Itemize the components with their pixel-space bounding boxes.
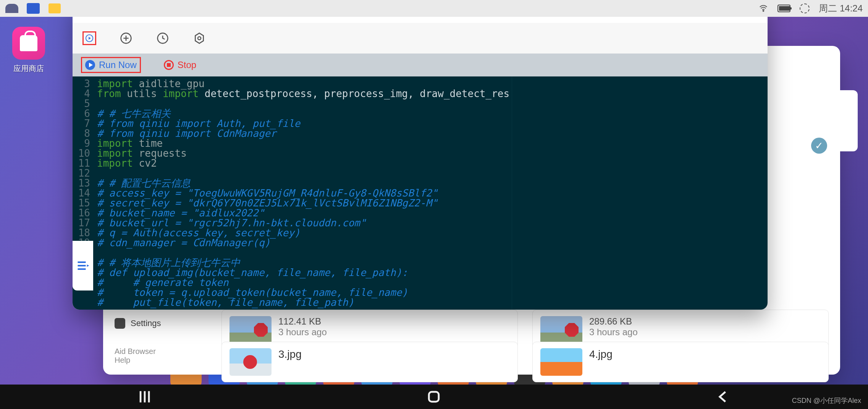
- code-line: 8# from qiniu import CdnManager: [73, 128, 512, 138]
- code-line: 6# # 七牛云相关: [73, 109, 512, 118]
- code-line: 5: [73, 99, 512, 109]
- file-card[interactable]: 3.jpg: [221, 342, 518, 382]
- file-name: 3.jpg: [278, 348, 302, 360]
- code-line: # # generate token: [73, 278, 512, 287]
- check-badge-icon: ✓: [811, 138, 827, 154]
- gear-icon: [115, 318, 125, 329]
- history-icon-button[interactable]: [156, 31, 170, 45]
- menubar: 周二 14:24: [0, 0, 868, 17]
- app-store-shortcut[interactable]: 应用商店: [8, 27, 50, 74]
- file-thumbnail: [540, 316, 582, 344]
- file-size: 112.41 KB: [278, 316, 327, 327]
- file-time: 3 hours ago: [278, 327, 327, 338]
- ide-toolbar: [73, 23, 768, 54]
- watermark-label: CSDN @小任同学Alex: [792, 396, 861, 405]
- code-line: 20: [73, 248, 512, 258]
- svg-rect-5: [429, 392, 439, 402]
- code-line: 13# # 配置七牛云信息: [73, 178, 512, 188]
- code-line: 9import time: [73, 138, 512, 148]
- run-now-label: Run Now: [99, 60, 137, 70]
- ide-window: Run Now Stop 3import aidlite_gpu4from ut…: [73, 0, 768, 310]
- menu-app-icon-1[interactable]: [5, 2, 18, 15]
- code-line: 14# access_key = "ToegUwuWKGV5RujGM_R4dn…: [73, 188, 512, 198]
- play-icon: [85, 60, 95, 70]
- svg-point-0: [763, 10, 764, 11]
- android-navbar: [0, 385, 868, 409]
- code-line: 10import requests: [73, 148, 512, 158]
- back-button[interactable]: [715, 388, 732, 405]
- stop-icon: [164, 60, 174, 70]
- code-line: # put_file(token, file_name, file_path): [73, 297, 512, 307]
- stop-label: Stop: [178, 60, 196, 70]
- svg-point-4: [198, 37, 201, 40]
- output-pane: [512, 76, 768, 310]
- app-store-label: 应用商店: [8, 63, 50, 74]
- code-line: 16# bucket_name = "aidlux2022": [73, 208, 512, 218]
- file-name: 4.jpg: [589, 348, 613, 360]
- wifi-icon[interactable]: [757, 2, 770, 15]
- file-thumbnail: [230, 348, 272, 376]
- expand-panel-button[interactable]: [73, 241, 93, 291]
- code-line: 3import aidlite_gpu: [73, 79, 512, 89]
- code-line: 17# bucket_url = "rgcr52hj7.hn-bkt.cloud…: [73, 218, 512, 228]
- sidebar-item-label: Settings: [131, 318, 161, 328]
- sidebar-item-settings[interactable]: Settings: [115, 315, 199, 332]
- stop-button[interactable]: Stop: [164, 60, 196, 70]
- sidebar-footer-link-1[interactable]: Aid Browser: [115, 347, 199, 356]
- browser-window-tab: [840, 90, 858, 151]
- file-time: 3 hours ago: [589, 327, 638, 338]
- menu-app-icon-2[interactable]: [27, 2, 40, 15]
- loading-circle-icon: [798, 2, 811, 15]
- add-icon-button[interactable]: [119, 31, 133, 45]
- code-line: 15# secret_key = "dkrQ6Y70n0ZEJ5Lx71k_lV…: [73, 198, 512, 208]
- file-card[interactable]: 4.jpg: [532, 342, 829, 382]
- menu-app-icon-3[interactable]: [48, 2, 61, 15]
- code-line: 19# cdn_manager = CdnManager(q): [73, 238, 512, 248]
- settings-icon-button[interactable]: [192, 31, 206, 45]
- run-now-button[interactable]: Run Now: [81, 57, 141, 73]
- run-icon-button[interactable]: [82, 31, 96, 45]
- code-editor[interactable]: 3import aidlite_gpu4from utils import de…: [73, 76, 512, 310]
- code-line: 4from utils import detect_postprocess, p…: [73, 89, 512, 99]
- browser-sidebar: Settings Aid Browser Help: [103, 310, 210, 375]
- sidebar-footer-link-2[interactable]: Help: [115, 356, 199, 365]
- battery-icon[interactable]: [777, 2, 790, 15]
- code-line: # # 将本地图片上传到七牛云中: [73, 258, 512, 268]
- code-line: 12: [73, 168, 512, 178]
- recent-apps-button[interactable]: [136, 388, 153, 405]
- code-line: # token = q.upload_token(bucket_name, fi…: [73, 287, 512, 297]
- file-thumbnail: [230, 316, 272, 344]
- file-thumbnail: [540, 348, 582, 376]
- home-button[interactable]: [425, 388, 442, 405]
- code-line: 18# q = Auth(access_key, secret_key): [73, 228, 512, 238]
- code-line: 7# from qiniu import Auth, put_file: [73, 118, 512, 128]
- code-line: # def upload_img(bucket_name, file_name,…: [73, 268, 512, 278]
- ide-runbar: Run Now Stop: [73, 54, 768, 76]
- file-size: 289.66 KB: [589, 316, 638, 327]
- code-line: 11import cv2: [73, 158, 512, 168]
- clock-label: 周二 14:24: [819, 2, 863, 15]
